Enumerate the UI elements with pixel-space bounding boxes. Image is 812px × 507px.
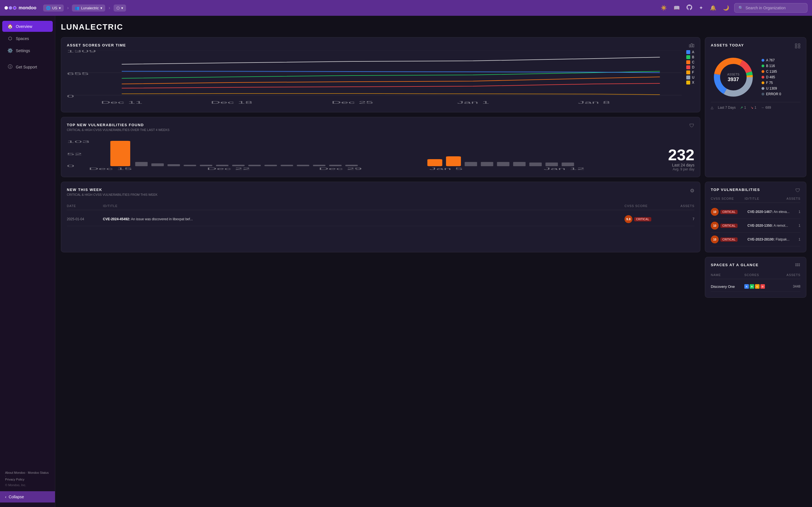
new-this-week-card: NEW THIS WEEK CRITICAL & HIGH CVSS VULNE… xyxy=(61,182,700,252)
svg-text:0: 0 xyxy=(67,164,74,168)
svg-rect-36 xyxy=(232,165,245,166)
score-circle-1: 10 xyxy=(711,208,719,216)
svg-rect-30 xyxy=(135,162,148,166)
svg-rect-47 xyxy=(481,162,493,166)
score-cell-1: 9.8 CRITICAL xyxy=(624,215,670,223)
top-vuln-subtitle: CRITICAL & HIGH CVSS VULNERABILITIES OVE… xyxy=(67,128,169,131)
assets-cell-1: 7 xyxy=(672,217,695,221)
svg-rect-44 xyxy=(427,159,442,166)
chevron-left-icon: ‹ xyxy=(5,495,6,499)
unchanged-arrow-icon: → xyxy=(761,106,764,110)
svg-rect-15 xyxy=(799,44,800,46)
chevron-down-icon: ▾ xyxy=(59,6,61,10)
search-icon: 🔍 xyxy=(739,6,743,10)
vuln-assets-3: 1 xyxy=(799,237,801,241)
spaces-glance-card: SPACES AT A GLANCE NAME SCORES ASSETS Di… xyxy=(705,257,806,298)
svg-rect-49 xyxy=(513,162,525,166)
vuln-stat-section: 232 Last 24 days Avg. 9 per day xyxy=(668,147,695,171)
critical-badge-2: CRITICAL xyxy=(720,224,738,228)
spaces-icon-2 xyxy=(795,263,801,270)
footer-period: Last 7 Days xyxy=(718,106,735,110)
svg-rect-40 xyxy=(297,165,309,166)
globe-icon: 🌐 xyxy=(46,6,50,10)
vuln-row-3[interactable]: 10 CRITICAL CVE-2023-28100: Flatpak... 1 xyxy=(711,233,801,246)
svg-text:52: 52 xyxy=(67,152,82,156)
svg-point-63 xyxy=(799,265,800,266)
chevron-down-icon-org: ▾ xyxy=(100,6,102,10)
top-nav: mondoo 🌐 US ▾ › 👥 Lunalectric ▾ › ⬡ ▾ ☀️… xyxy=(0,0,812,16)
vuln-bar-chart: 103 52 0 xyxy=(67,139,664,170)
page-title: LUNALECTRIC xyxy=(61,22,806,32)
assets-footer: △ Last 7 Days ↗ 1 ↘ 1 → 689 xyxy=(711,102,801,110)
asset-scores-chart: 1309 655 0 Dec 11 xyxy=(67,50,682,107)
org-selector[interactable]: 👥 Lunalectric ▾ xyxy=(72,4,105,11)
vuln-row-2[interactable]: 10 CRITICAL CVE-2020-1350: A remot... 1 xyxy=(711,219,801,233)
org-label: Lunalectric xyxy=(81,6,99,10)
vuln-count: 232 xyxy=(668,147,695,163)
svg-text:Dec 11: Dec 11 xyxy=(101,101,143,104)
region-label: US xyxy=(52,6,57,10)
top-vuln-card: TOP VULNERABILITIES 🛡 CVSS SCORE ID/TITL… xyxy=(705,182,806,252)
slack-icon[interactable]: ✦ xyxy=(697,3,705,13)
svg-rect-38 xyxy=(264,165,277,166)
sidebar: 🏠 Overview ⬡ Spaces ⚙️ Settings ⓘ Get Su… xyxy=(0,16,55,507)
new-week-row-1[interactable]: 2025-01-04 CVE-2024-45492: An issue was … xyxy=(67,212,695,226)
spaces-icon: ⬡ xyxy=(7,36,13,41)
svg-text:0: 0 xyxy=(67,94,74,98)
bell-icon[interactable]: 🔔 xyxy=(708,3,718,13)
svg-rect-51 xyxy=(546,163,558,166)
theme-toggle-icon[interactable]: 🌙 xyxy=(721,3,731,13)
top-vuln-list-title: TOP VULNERABILITIES xyxy=(711,187,760,192)
svg-rect-39 xyxy=(281,165,293,166)
svg-rect-52 xyxy=(562,163,574,166)
spaces-row-1[interactable]: Discovery One A B C D 3448 xyxy=(711,281,801,292)
vuln-title-3: CVE-2023-28100: Flatpak... xyxy=(748,237,796,241)
chart-legend: A B C D F U X xyxy=(686,50,695,107)
book-icon[interactable]: 📖 xyxy=(672,3,681,13)
sidebar-footer: About Mondoo · Mondoo Status · Privacy P… xyxy=(0,466,55,491)
about-link[interactable]: About Mondoo · Mondoo Status · xyxy=(5,471,50,478)
vuln-main-section: 103 52 0 xyxy=(67,139,695,171)
collapse-button[interactable]: ‹ Collapse xyxy=(0,491,55,503)
sidebar-label-settings: Settings xyxy=(16,48,30,53)
app-body: 🏠 Overview ⬡ Spaces ⚙️ Settings ⓘ Get Su… xyxy=(0,16,812,507)
space-name-1: Discovery One xyxy=(711,284,742,289)
shield-icon-2: 🛡 xyxy=(795,187,801,193)
vuln-row-1[interactable]: 10 CRITICAL CVE-2020-1467: An eleva... 1 xyxy=(711,205,801,219)
github-icon[interactable] xyxy=(685,3,694,13)
svg-text:655: 655 xyxy=(67,72,89,75)
privacy-link[interactable]: Privacy Policy xyxy=(5,478,50,481)
sidebar-item-settings[interactable]: ⚙️ Settings xyxy=(2,45,53,56)
sidebar-item-overview[interactable]: 🏠 Overview xyxy=(2,21,53,32)
svg-text:Jan 1: Jan 1 xyxy=(457,101,489,104)
region-selector[interactable]: 🌐 US ▾ xyxy=(43,4,64,11)
sidebar-label-spaces: Spaces xyxy=(16,36,29,41)
search-bar[interactable]: 🔍 Search in Organization xyxy=(734,3,808,13)
sidebar-item-support[interactable]: ⓘ Get Support xyxy=(2,61,53,73)
up-arrow-icon: ↗ xyxy=(740,106,743,110)
triangle-icon: △ xyxy=(711,106,713,110)
spaces-table-header: NAME SCORES ASSETS xyxy=(711,273,801,279)
svg-text:Jan 5: Jan 5 xyxy=(429,167,463,170)
svg-text:ASSETS: ASSETS xyxy=(727,73,739,76)
space-scores-1: A B C D xyxy=(744,284,776,289)
svg-text:Jan 8: Jan 8 xyxy=(578,101,610,104)
svg-rect-42 xyxy=(329,165,342,166)
theme-icon[interactable]: ☀️ xyxy=(659,3,668,13)
assets-today-title: ASSETS TODAY xyxy=(711,43,744,47)
assets-today-card: ASSETS TODAY xyxy=(705,37,806,177)
vuln-title-2: CVE-2020-1350: A remot... xyxy=(748,224,796,228)
critical-badge-week-1: CRITICAL xyxy=(634,217,651,221)
svg-rect-31 xyxy=(151,163,164,166)
shield-icon: 🛡 xyxy=(689,123,695,129)
down-count: 1 xyxy=(755,106,756,110)
sidebar-item-spaces[interactable]: ⬡ Spaces xyxy=(2,33,53,44)
svg-rect-45 xyxy=(446,156,461,166)
asset-scores-card: ASSET SCORES OVER TIME 1309 655 0 xyxy=(61,37,700,112)
vuln-title-1: CVE-2020-1467: An eleva... xyxy=(748,210,796,214)
sidebar-label-support: Get Support xyxy=(16,65,37,69)
org-icon: 👥 xyxy=(75,6,79,10)
gear-icon[interactable]: ⚙ xyxy=(690,187,695,194)
score-circle-3: 10 xyxy=(711,235,719,243)
diagram-selector[interactable]: ⬡ ▾ xyxy=(114,4,126,11)
